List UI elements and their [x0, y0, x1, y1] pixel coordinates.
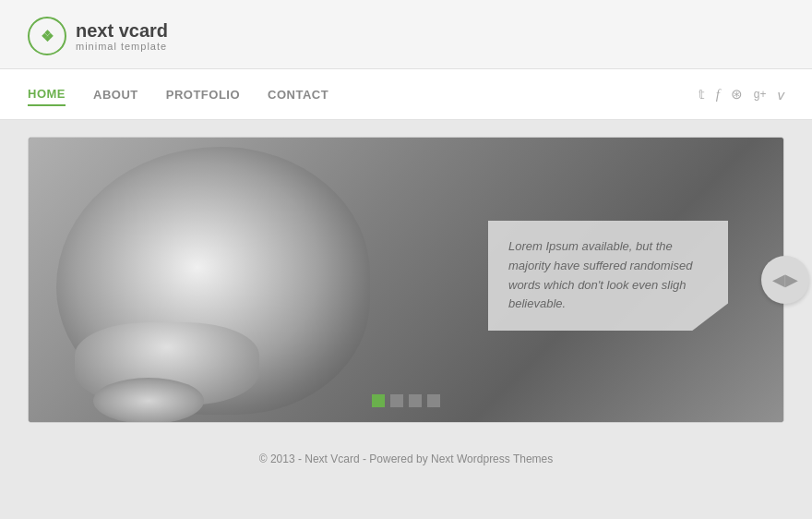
arrow-icon: ◀▶: [772, 270, 798, 290]
navbar: HOME ABOUT PROTFOLIO CONTACT 𝕥 f ⊛ g+ v: [0, 68, 812, 120]
nav-portfolio[interactable]: PROTFOLIO: [166, 84, 240, 105]
dot-2[interactable]: [390, 394, 403, 407]
nav-home[interactable]: HOME: [28, 83, 66, 106]
slider-wrapper: Lorem Ipsum available, but the majority …: [28, 137, 784, 423]
dot-4[interactable]: [427, 394, 440, 407]
next-arrow-button[interactable]: ◀▶: [761, 256, 809, 304]
header: ❖ next vcard minimal template: [0, 0, 812, 68]
nav-links: HOME ABOUT PROTFOLIO CONTACT: [28, 83, 699, 106]
nav-contact[interactable]: CONTACT: [268, 84, 328, 105]
vimeo-icon[interactable]: v: [778, 87, 785, 103]
google-plus-icon[interactable]: g+: [754, 88, 767, 101]
footer-text: © 2013 - Next Vcard - Powered by Next Wo…: [259, 453, 554, 465]
caption-box: Lorem Ipsum available, but the majority …: [488, 221, 728, 331]
footer: © 2013 - Next Vcard - Powered by Next Wo…: [0, 440, 812, 478]
dribbble-icon[interactable]: ⊛: [731, 86, 743, 103]
slider-dots: [372, 394, 440, 407]
logo-icon: ❖: [41, 28, 54, 45]
logo-text-block: next vcard minimal template: [76, 20, 168, 52]
slider-image: Lorem Ipsum available, but the majority …: [29, 138, 783, 422]
logo-subtitle: minimal template: [76, 41, 168, 52]
dot-3[interactable]: [409, 394, 422, 407]
nav-social: 𝕥 f ⊛ g+ v: [699, 86, 784, 103]
logo-circle: ❖: [28, 17, 66, 55]
nav-about[interactable]: ABOUT: [93, 84, 138, 105]
facebook-icon[interactable]: f: [716, 87, 720, 103]
logo-title: next vcard: [76, 20, 168, 41]
twitter-icon[interactable]: 𝕥: [699, 87, 705, 102]
caption-text: Lorem Ipsum available, but the majority …: [508, 239, 692, 310]
dot-1[interactable]: [372, 394, 385, 407]
